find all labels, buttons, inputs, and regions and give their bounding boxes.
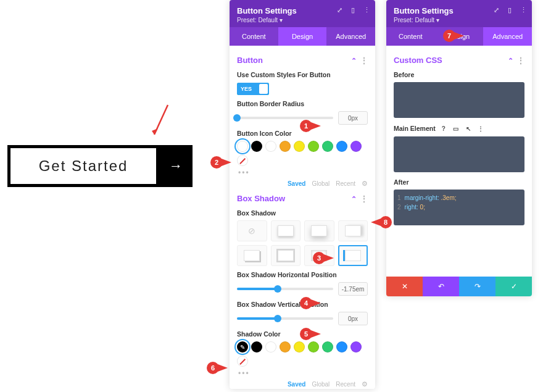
swatch-black[interactable] [251, 141, 262, 152]
preview-button: Get Started → [7, 145, 193, 187]
chevron-up-icon[interactable]: ⌃ [351, 57, 357, 64]
callout-5: 5 [300, 328, 321, 340]
swatch-transparent[interactable] [237, 141, 248, 152]
palette-recent[interactable]: Recent [336, 381, 355, 388]
gear-icon[interactable]: ⚙ [362, 180, 368, 188]
shadow-hpos-label: Box Shadow Horizontal Position [237, 271, 368, 278]
swatch-orange[interactable] [280, 141, 291, 152]
expand-icon[interactable]: ⤢ [336, 6, 343, 14]
swatch-purple[interactable] [350, 141, 362, 152]
more-icon[interactable]: ⋮ [476, 124, 485, 133]
columns-icon[interactable]: ▯ [506, 6, 513, 14]
shadow-hpos-slider[interactable] [237, 288, 333, 290]
shadow-preset-5[interactable] [271, 245, 301, 266]
callout-6: 6 [207, 362, 228, 374]
more-icon[interactable]: ⋮ [363, 6, 370, 14]
preset-dropdown[interactable]: Preset: Default ▾ [237, 17, 368, 23]
shadow-vpos-value[interactable]: 0px [338, 312, 368, 325]
tab-content[interactable]: Content [386, 27, 435, 46]
shadow-presets-grid: ⊘ [237, 220, 368, 266]
css-main-input[interactable] [394, 136, 524, 172]
palette-saved[interactable]: Saved [288, 381, 305, 388]
swatch-white[interactable] [265, 341, 276, 352]
shadow-hpos-value[interactable]: -1.75em [338, 282, 368, 296]
palette-global[interactable]: Global [312, 180, 330, 187]
more-swatches-icon[interactable]: ••• [238, 169, 368, 177]
swatch-green[interactable] [322, 141, 333, 152]
panel-header: Button Settings Preset: Default ▾ ⤢ ▯ ⋮ [230, 0, 375, 27]
callout-2: 2 [210, 156, 231, 169]
gear-icon[interactable]: ⚙ [362, 380, 368, 388]
swatch-lime[interactable] [308, 141, 319, 152]
shadow-preset-2[interactable] [304, 220, 334, 241]
swatch-yellow[interactable] [294, 341, 305, 352]
swatch-lime[interactable] [308, 341, 319, 352]
css-before-input[interactable] [394, 82, 524, 118]
swatch-picker[interactable]: ✎ [237, 341, 248, 352]
swatch-purple[interactable] [350, 341, 362, 352]
section-shadow-title[interactable]: Box Shadow ⌃⋮ [237, 194, 368, 203]
section-button-title[interactable]: Button ⌃⋮ [237, 56, 368, 65]
css-after-input[interactable]: 1margin-right: .3em; 2right: 0; [394, 190, 524, 225]
swatch-none[interactable] [237, 155, 248, 166]
shadow-color-swatches: ✎ [237, 341, 368, 367]
more-icon[interactable]: ⋮ [520, 6, 527, 14]
swatch-none[interactable] [237, 356, 248, 367]
panel-footer: ✕ ↶ ↷ ✓ [386, 277, 532, 296]
swatch-blue[interactable] [336, 341, 347, 352]
shadow-vpos-slider[interactable] [237, 317, 333, 320]
css-after-label: After [394, 178, 524, 186]
swatch-yellow[interactable] [294, 141, 305, 152]
redo-button[interactable]: ↷ [459, 277, 495, 296]
swatch-blue[interactable] [336, 141, 347, 152]
help-icon[interactable]: ? [439, 124, 448, 133]
icon-color-swatches [237, 141, 368, 166]
columns-icon[interactable]: ▯ [349, 6, 357, 14]
use-custom-toggle[interactable]: YES [237, 83, 269, 95]
palette-recent[interactable]: Recent [336, 180, 355, 187]
callout-4: 4 [300, 297, 321, 309]
more-icon[interactable]: ⋮ [517, 56, 524, 65]
css-main-label: Main Element ? ▭ ↖ ⋮ [394, 124, 524, 133]
arrow-right-icon: → [159, 145, 193, 187]
swatch-black[interactable] [251, 341, 262, 352]
callout-8: 8 [371, 216, 392, 228]
tab-advanced[interactable]: Advanced [483, 27, 532, 46]
expand-icon[interactable]: ⤢ [492, 6, 500, 14]
css-before-label: Before [394, 71, 524, 78]
shadow-preset-1[interactable] [271, 220, 301, 241]
chevron-up-icon[interactable]: ⌃ [508, 57, 513, 64]
more-icon[interactable]: ⋮ [360, 56, 368, 65]
save-button[interactable]: ✓ [495, 277, 532, 296]
tab-advanced[interactable]: Advanced [326, 27, 375, 46]
palette-saved[interactable]: Saved [288, 180, 305, 187]
desktop-icon[interactable]: ▭ [452, 124, 460, 133]
hover-icon[interactable]: ↖ [464, 124, 473, 133]
swatch-white[interactable] [265, 141, 276, 152]
border-radius-slider[interactable] [237, 117, 333, 119]
section-css-title[interactable]: Custom CSS ⌃⋮ [394, 56, 524, 65]
palette-global[interactable]: Global [312, 381, 330, 388]
callout-7: 7 [443, 30, 464, 42]
preset-dropdown[interactable]: Preset: Default ▾ [394, 17, 524, 23]
shadow-preset-none[interactable]: ⊘ [237, 220, 267, 241]
more-icon[interactable]: ⋮ [360, 194, 368, 203]
shadow-preset-4[interactable] [237, 245, 267, 266]
shadow-preset-3[interactable] [338, 220, 368, 241]
chevron-up-icon[interactable]: ⌃ [351, 195, 357, 202]
swatch-orange[interactable] [280, 341, 291, 352]
close-button[interactable]: ✕ [386, 277, 423, 296]
use-custom-label: Use Custom Styles For Button [237, 71, 368, 78]
callout-1: 1 [300, 120, 321, 132]
more-swatches-icon[interactable]: ••• [238, 369, 368, 378]
border-radius-label: Button Border Radius [237, 100, 368, 107]
tab-content[interactable]: Content [230, 27, 278, 46]
tabs: Content Design Advanced [230, 27, 375, 46]
callout-3: 3 [313, 252, 334, 264]
border-radius-value[interactable]: 0px [338, 111, 368, 125]
tab-design[interactable]: Design [278, 27, 327, 46]
attention-arrow-icon [151, 104, 169, 141]
swatch-green[interactable] [322, 341, 333, 352]
undo-button[interactable]: ↶ [423, 277, 459, 296]
shadow-preset-7-selected[interactable] [338, 245, 368, 266]
